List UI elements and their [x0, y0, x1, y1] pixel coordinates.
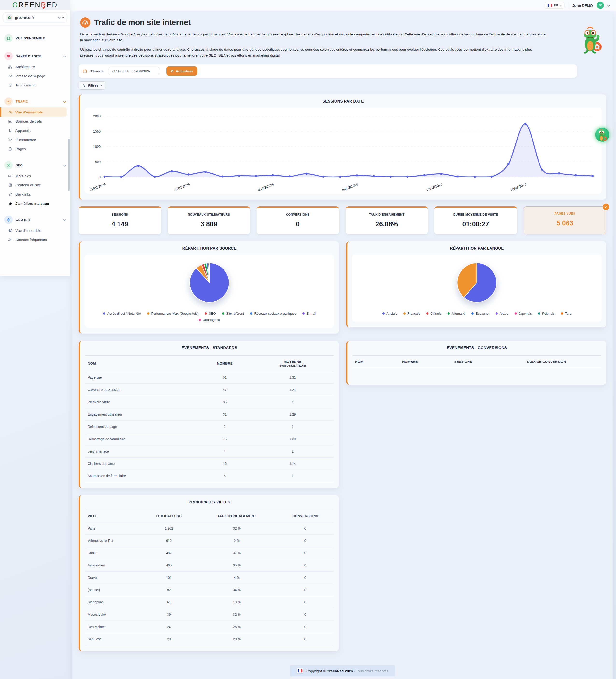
legend-item-arabe[interactable]: Arabe: [495, 312, 508, 315]
user-name[interactable]: John DEMO: [572, 3, 593, 7]
logo-red-letter: R: [41, 1, 46, 9]
legend-item-acces-direct-notoriete[interactable]: Accès direct / Notoriété: [103, 312, 141, 315]
kpi-card-sessions[interactable]: SESSIONS 4 149 ✓: [79, 206, 161, 234]
legend-label: Japonais: [519, 312, 532, 315]
sidebar-item-vitesse-de-la-page[interactable]: Vitesse de la page: [0, 71, 67, 80]
sidebar-section-trafic[interactable]: TRAFIC: [0, 95, 70, 107]
topbar-separator: [568, 2, 569, 8]
sidebar-section-seo[interactable]: SEO: [0, 159, 70, 171]
sidebar-item-vue-d-ensemble[interactable]: Vue d'ensemble: [0, 226, 67, 235]
gauge-icon: [8, 74, 12, 78]
legend-dot: [199, 319, 201, 321]
legend-label: Polonais: [542, 312, 555, 315]
sidebar-item-architecture[interactable]: Architecture: [0, 62, 67, 71]
keyboard-icon: [8, 173, 12, 178]
sidebar-section-sante-du-site[interactable]: SANTÉ DU SITE: [0, 50, 70, 62]
table-row: Dublin48737 %0: [85, 547, 334, 559]
sidebar-section-label: TRAFIC: [16, 100, 61, 103]
table-cell: 1.39: [251, 433, 334, 445]
sidebar-item-sources-de-trafic[interactable]: Sources de trafic: [0, 117, 67, 126]
legend-item-polonais[interactable]: Polonais: [538, 312, 555, 315]
sidebar-item-label: Sources de trafic: [15, 119, 43, 123]
sliders-icon: [82, 84, 86, 88]
logo-bar: GREENRED: [0, 0, 70, 10]
kpi-card-pages-vues[interactable]: PAGES VUES 5 063 ✓: [523, 206, 607, 234]
kpi-card-duree-moyenne-de-visite[interactable]: DURÉE MOYENNE DE VISITE 01:00:27 ✓: [435, 206, 517, 234]
chevron-down-icon[interactable]: [58, 16, 60, 19]
sidebar-item-j-ameliore-ma-page[interactable]: J'améliore ma page: [0, 199, 67, 208]
legend-label: Réseaux sociaux organiques: [254, 312, 296, 315]
page-header: Trafic de mon site internet: [79, 18, 606, 28]
table-cell: 2: [251, 445, 334, 458]
sidebar-item-appareils[interactable]: Appareils: [0, 126, 67, 135]
table-cell: 35: [198, 396, 251, 408]
period-input[interactable]: [109, 67, 160, 75]
table-cell: 6: [198, 470, 251, 482]
legend-item-seo[interactable]: SEO: [205, 312, 216, 315]
legend-label: Unassigned: [203, 318, 220, 322]
sidebar-item-backlinks[interactable]: Backlinks: [0, 190, 67, 199]
table-row: Draveil1014 %0: [85, 572, 334, 584]
chameleon-badge[interactable]: [595, 128, 609, 142]
legend-item-espagnol[interactable]: Espagnol: [471, 312, 489, 315]
legend-label: Performances Max (Google Ads): [151, 312, 199, 315]
table-cell: 16: [198, 458, 251, 470]
table-row: Moses Lake3932 %0: [85, 609, 334, 621]
heart-icon: [4, 52, 12, 60]
kpi-label: NOUVEAUX UTILISATEURS: [170, 213, 248, 216]
sidebar-item-sources-frequentes[interactable]: Sources fréquentes: [0, 235, 67, 244]
legend-item-anglais[interactable]: Anglais: [382, 312, 397, 315]
tools-icon: [4, 161, 12, 169]
refresh-button[interactable]: Actualiser: [166, 66, 197, 75]
legend-item-performances-max-google-ads[interactable]: Performances Max (Google Ads): [147, 312, 199, 315]
chart-icon: [4, 97, 12, 105]
site-selector[interactable]: G↓ greenred.fr: [3, 12, 67, 23]
kpi-card-taux-d-engagement[interactable]: TAUX D'ENGAGEMENT 26.08% ✓: [346, 206, 428, 234]
kpi-card-nouveaux-utilisateurs[interactable]: NOUVEAUX UTILISATEURS 3 809 ✓: [168, 206, 250, 234]
sidebar-item-pages[interactable]: Pages: [0, 144, 67, 153]
filters-button[interactable]: Filtres: [79, 82, 105, 90]
kpi-label: SESSIONS: [81, 213, 159, 216]
sitemap-icon: [8, 237, 12, 242]
sidebar-item-e-commerce[interactable]: E-commerce: [0, 135, 67, 144]
sidebar-item-mots-cles[interactable]: Mots-clés: [0, 171, 67, 181]
sidebar-item-vue-d-ensemble[interactable]: Vue d'ensemble: [0, 107, 67, 117]
legend-item-e-mail[interactable]: E-mail: [303, 312, 316, 315]
language-pie-card: RÉPARTITION PAR LANGUE AnglaisFrançaisCh…: [346, 241, 606, 327]
svg-text:500: 500: [95, 160, 101, 164]
kpi-card-conversions[interactable]: CONVERSIONS 0 ✓: [256, 206, 339, 234]
table-cell: Villeneuve-le-Roi: [85, 535, 141, 547]
legend-item-japonais[interactable]: Japonais: [515, 312, 532, 315]
table-cell: Draveil: [85, 572, 141, 584]
table-row: Première visite351: [85, 396, 334, 408]
sidebar-section-vue-d-ensemble[interactable]: VUE D'ENSEMBLE: [0, 32, 70, 44]
sidebar-item-contenu-du-site[interactable]: Contenu du site: [0, 181, 67, 190]
page-title: Trafic de mon site internet: [94, 18, 191, 27]
legend-item-chinois[interactable]: Chinois: [426, 312, 441, 315]
sessions-line-chart: 050010001500200021/02/202626/02/202603/0…: [90, 112, 596, 192]
avatar[interactable]: JD: [597, 2, 604, 9]
user-menu-chevron-icon[interactable]: [607, 4, 610, 6]
legend-item-reseaux-sociaux-organiques[interactable]: Réseaux sociaux organiques: [250, 312, 296, 315]
legend-dot: [147, 313, 149, 315]
legend-label: Chinois: [431, 312, 441, 315]
legend-item-francais[interactable]: Français: [403, 312, 420, 315]
legend-item-unassigned[interactable]: Unassigned: [199, 318, 220, 322]
sidebar: GREENRED G↓ greenred.fr VUE D'ENSEMBLE S…: [0, 0, 70, 276]
table-cell: 4: [198, 445, 251, 458]
sidebar-section-geo-ia[interactable]: GEO (IA): [0, 214, 70, 226]
sidebar-scrollbar-thumb[interactable]: [68, 139, 70, 191]
french-flag-icon: [548, 4, 552, 7]
table-cell: 4 %: [197, 572, 277, 584]
language-pie-area: AnglaisFrançaisChinoisAllemandEspagnolAr…: [352, 255, 602, 322]
caret-icon[interactable]: [62, 17, 64, 18]
legend-item-site-referent[interactable]: Site référent: [222, 312, 244, 315]
language-selector[interactable]: FR: [545, 2, 564, 9]
table-cell: 13 %: [197, 596, 277, 609]
table-cell: Amsterdam: [85, 559, 141, 572]
main-panel: Trafic de mon site internet Dans la sect…: [72, 11, 613, 679]
kpi-label: PAGES VUES: [526, 212, 605, 215]
legend-item-turc[interactable]: Turc: [561, 312, 572, 315]
legend-item-allemand[interactable]: Allemand: [447, 312, 465, 315]
sidebar-item-accessibilite[interactable]: Accessibilité: [0, 80, 67, 90]
